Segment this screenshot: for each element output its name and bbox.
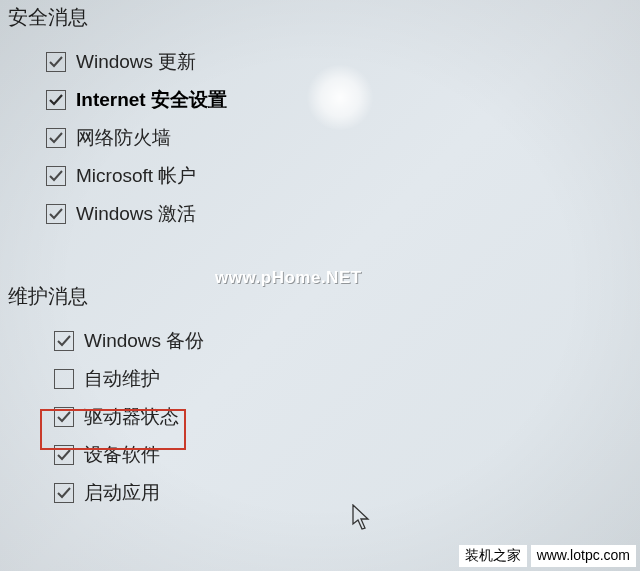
checkbox-item-device-software[interactable]: 设备软件 [54, 436, 640, 474]
item-label: Windows 更新 [76, 49, 196, 75]
item-label: Internet 安全设置 [76, 87, 227, 113]
bottom-watermarks: 装机之家 www.lotpc.com [459, 545, 636, 567]
security-section-header: 安全消息 [0, 0, 640, 43]
checkbox-item-network-firewall[interactable]: 网络防火墙 [46, 119, 640, 157]
checkbox-item-windows-update[interactable]: Windows 更新 [46, 43, 640, 81]
checkbox-item-internet-security[interactable]: Internet 安全设置 [46, 81, 640, 119]
item-label: 自动维护 [84, 366, 160, 392]
checkmark-icon [46, 90, 66, 110]
checkbox-empty-icon [54, 369, 74, 389]
checkbox-item-windows-backup[interactable]: Windows 备份 [54, 322, 640, 360]
checkmark-icon [46, 204, 66, 224]
checkbox-item-windows-activation[interactable]: Windows 激活 [46, 195, 640, 233]
item-label: 启动应用 [84, 480, 160, 506]
watermark-url: www.lotpc.com [531, 545, 636, 567]
item-label: 网络防火墙 [76, 125, 171, 151]
checkbox-item-auto-maintenance[interactable]: 自动维护 [54, 360, 640, 398]
checkmark-icon [46, 166, 66, 186]
watermark-brand: 装机之家 [459, 545, 527, 567]
maintenance-section-header: 维护消息 [0, 275, 640, 322]
item-label: Microsoft 帐户 [76, 163, 196, 189]
item-label: 设备软件 [84, 442, 160, 468]
security-section-title: 安全消息 [8, 6, 88, 28]
item-label: Windows 备份 [84, 328, 204, 354]
item-label: 驱动器状态 [84, 404, 179, 430]
checkmark-icon [54, 331, 74, 351]
maintenance-section-title: 维护消息 [8, 285, 88, 307]
checkbox-item-microsoft-account[interactable]: Microsoft 帐户 [46, 157, 640, 195]
checkmark-icon [46, 52, 66, 72]
maintenance-items: Windows 备份 自动维护 驱动器状态 设备软件 启动应用 [0, 322, 640, 512]
checkmark-icon [46, 128, 66, 148]
checkmark-icon [54, 483, 74, 503]
item-label: Windows 激活 [76, 201, 196, 227]
checkbox-item-drive-status[interactable]: 驱动器状态 [54, 398, 640, 436]
checkmark-icon [54, 407, 74, 427]
checkbox-item-startup-apps[interactable]: 启动应用 [54, 474, 640, 512]
security-items: Windows 更新 Internet 安全设置 网络防火墙 Microsoft… [0, 43, 640, 233]
checkmark-icon [54, 445, 74, 465]
